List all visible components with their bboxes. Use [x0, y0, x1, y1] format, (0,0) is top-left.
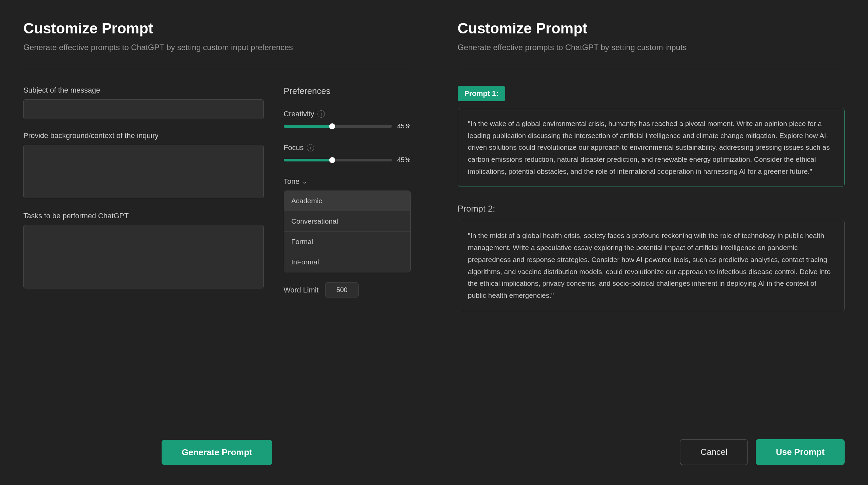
creativity-fill	[284, 125, 333, 128]
preferences-column: Preferences Creativity i 45%	[284, 86, 411, 427]
chevron-down-icon: ⌄	[302, 178, 307, 185]
focus-track[interactable]	[284, 159, 392, 162]
prompt2-section: Prompt 2: "In the midst of a global heal…	[458, 204, 845, 311]
generate-btn-container: Generate Prompt	[23, 427, 411, 465]
creativity-value: 45%	[397, 122, 411, 130]
focus-fill	[284, 159, 333, 162]
creativity-info-icon: i	[317, 110, 325, 118]
right-panel-subtitle: Generate effective prompts to ChatGPT by…	[458, 43, 845, 52]
background-label: Provide background/context of the inquir…	[23, 131, 264, 140]
creativity-slider-row: 45%	[284, 122, 411, 130]
tone-label: Tone	[284, 177, 300, 186]
tasks-input[interactable]	[23, 225, 264, 288]
focus-label: Focus	[284, 143, 304, 152]
prompt2-box: "In the midst of a global health crisis,…	[458, 220, 845, 311]
focus-info-icon: i	[307, 144, 314, 151]
left-panel-subtitle: Generate effective prompts to ChatGPT by…	[23, 43, 411, 52]
cancel-button[interactable]: Cancel	[680, 439, 748, 465]
prompt2-label: Prompt 2:	[458, 204, 845, 214]
focus-thumb	[329, 157, 335, 163]
right-divider	[458, 69, 845, 69]
preferences-label: Preferences	[284, 86, 411, 96]
right-panel: Customize Prompt Generate effective prom…	[434, 0, 868, 485]
tone-option-informal[interactable]: InFormal	[284, 252, 410, 272]
left-panel-title: Customize Prompt	[23, 20, 411, 37]
tone-option-formal[interactable]: Formal	[284, 232, 410, 252]
word-limit-group: Word Limit	[284, 282, 411, 297]
tone-option-academic[interactable]: Academic	[284, 191, 410, 211]
focus-slider-group: Focus i 45%	[284, 143, 411, 164]
word-limit-input[interactable]	[325, 282, 359, 297]
prompt1-section: Prompt 1: "In the wake of a global envir…	[458, 86, 845, 187]
tasks-label: Tasks to be performed ChatGPT	[23, 211, 264, 220]
creativity-track[interactable]	[284, 125, 392, 128]
tasks-field-group: Tasks to be performed ChatGPT	[23, 211, 264, 290]
tone-option-conversational[interactable]: Conversational	[284, 211, 410, 232]
word-limit-label: Word Limit	[284, 286, 319, 294]
creativity-label: Creativity	[284, 110, 314, 118]
use-prompt-button[interactable]: Use Prompt	[756, 439, 845, 465]
right-panel-title: Customize Prompt	[458, 20, 845, 37]
generate-prompt-button[interactable]: Generate Prompt	[162, 440, 272, 465]
focus-slider-row: 45%	[284, 156, 411, 164]
prompt1-badge: Prompt 1:	[458, 86, 505, 101]
left-divider	[23, 69, 411, 69]
subject-input[interactable]	[23, 99, 264, 119]
left-content: Subject of the message Provide backgroun…	[23, 86, 411, 427]
prompt1-box: "In the wake of a global environmental c…	[458, 108, 845, 187]
focus-value: 45%	[397, 156, 411, 164]
subject-field-group: Subject of the message	[23, 86, 264, 119]
subject-label: Subject of the message	[23, 86, 264, 94]
background-input[interactable]	[23, 145, 264, 198]
tone-group: Tone ⌄ Academic Conversational Formal In…	[284, 177, 411, 273]
background-field-group: Provide background/context of the inquir…	[23, 131, 264, 200]
left-panel: Customize Prompt Generate effective prom…	[0, 0, 434, 485]
tone-dropdown: Academic Conversational Formal InFormal	[284, 191, 411, 273]
fields-column: Subject of the message Provide backgroun…	[23, 86, 264, 427]
creativity-thumb	[329, 123, 335, 130]
bottom-buttons: Cancel Use Prompt	[458, 426, 845, 465]
creativity-slider-group: Creativity i 45%	[284, 110, 411, 130]
